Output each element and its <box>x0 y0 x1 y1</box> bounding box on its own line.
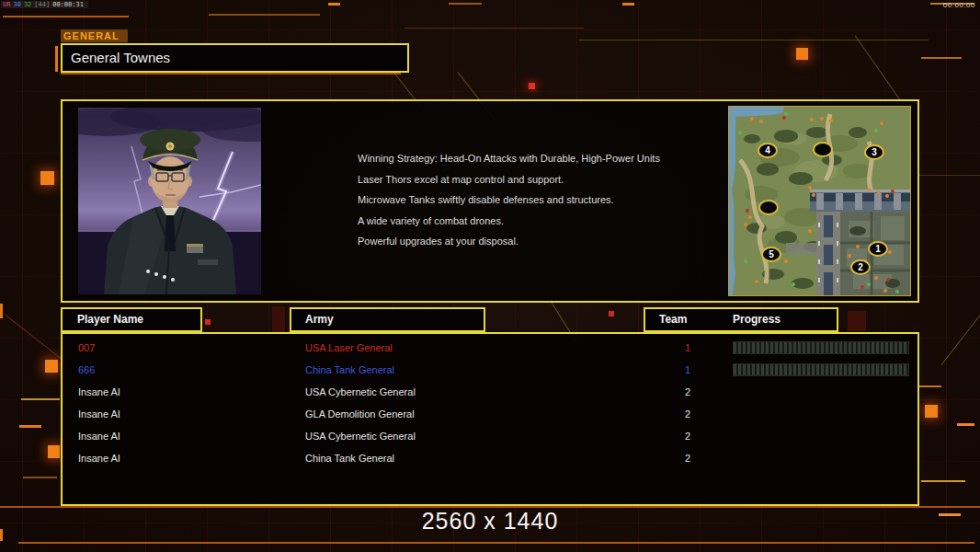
start-position-marker <box>758 200 779 215</box>
player-name-cell: Insane AI <box>78 425 120 447</box>
progress-bar <box>733 363 909 376</box>
strategy-line: A wide variety of combat drones. <box>358 216 660 226</box>
table-row: Insane AI GLA Demolition General 2 <box>63 403 917 425</box>
deco-line <box>18 542 974 544</box>
deco-block <box>272 306 285 332</box>
deco-line <box>449 3 482 5</box>
deco-line <box>209 14 320 16</box>
player-name-cell: Insane AI <box>78 447 120 469</box>
army-cell: USA Cybernetic General <box>305 425 416 447</box>
strategy-line: Winning Strategy: Head-On Attacks with D… <box>358 154 660 164</box>
army-cell: USA Laser General <box>305 337 393 359</box>
deco-square <box>48 445 60 458</box>
header-label: Progress <box>733 309 781 330</box>
table-row: 666 China Tank General 1 <box>63 359 917 381</box>
deco-bar <box>0 304 3 318</box>
strategy-line: Microwave Tanks swiftly disable defenses… <box>358 195 660 205</box>
deco-line <box>921 480 965 482</box>
deco-line <box>23 477 57 478</box>
table-row: 007 USA Laser General 1 <box>63 337 917 359</box>
army-cell: China Tank General <box>305 447 394 469</box>
header-label: Army <box>305 309 334 330</box>
header-label: Player Name <box>77 309 143 330</box>
header-team-progress: Team Progress <box>644 307 838 332</box>
table-row: Insane AI USA Cybernetic General 2 <box>63 425 917 447</box>
header-label: Team <box>659 309 687 330</box>
progress-bar <box>733 341 909 354</box>
deco-square <box>205 319 211 325</box>
start-position-marker: 5 <box>761 247 781 262</box>
deco-line <box>921 57 962 59</box>
strategy-line: Powerful upgrades at your disposal. <box>358 236 660 247</box>
deco-block <box>848 311 866 331</box>
table-row: Insane AI China Tank General 2 <box>63 447 917 469</box>
strategy-text: Winning Strategy: Head-On Attacks with D… <box>358 154 660 258</box>
deco-line <box>61 73 401 75</box>
start-position-marker: 1 <box>868 241 888 257</box>
deco-line <box>3 16 129 17</box>
player-name-cell: 666 <box>78 359 95 381</box>
player-name-cell: Insane AI <box>78 381 120 403</box>
deco-line <box>19 425 41 428</box>
general-tab-label: GENERAL <box>61 29 128 42</box>
deco-bar <box>55 46 58 72</box>
deco-line <box>579 40 929 40</box>
table-row: Insane AI USA Cybernetic General 2 <box>63 381 917 403</box>
map-preview: 4 3 5 1 2 <box>728 106 911 296</box>
deco-diagonal <box>941 295 980 364</box>
deco-square <box>529 83 535 89</box>
deco-square <box>925 405 938 418</box>
stats-part: UR <box>3 1 10 8</box>
header-army: Army <box>290 307 485 332</box>
match-timer: 00:00:00 <box>943 1 975 9</box>
header-player-name: Player Name <box>61 307 202 332</box>
general-name-box: General Townes <box>61 43 409 73</box>
team-cell: 2 <box>680 381 695 403</box>
team-cell: 2 <box>680 447 695 469</box>
team-cell: 2 <box>680 403 695 425</box>
deco-diagonal <box>6 315 68 363</box>
loading-screen: UR3032[44]00:00:31 00:00:00 GENERAL Gene… <box>0 0 980 552</box>
deco-line <box>919 175 980 176</box>
player-table: 007 USA Laser General 1 666 China Tank G… <box>61 332 919 506</box>
deco-line <box>328 3 340 6</box>
start-position-marker: 3 <box>864 144 884 160</box>
general-portrait <box>78 108 261 294</box>
deco-line <box>919 385 941 387</box>
deco-line <box>21 398 60 400</box>
deco-square <box>40 171 54 185</box>
deco-square <box>796 48 808 60</box>
deco-line <box>957 423 974 426</box>
army-cell: China Tank General <box>305 359 394 381</box>
stats-part: [44] <box>34 1 50 8</box>
deco-line <box>405 28 584 29</box>
army-cell: GLA Demolition General <box>305 403 415 425</box>
start-position-marker <box>813 142 833 157</box>
stats-part: 30 <box>13 1 20 8</box>
stats-part: 00:00:31 <box>52 1 84 8</box>
general-name: General Townes <box>71 50 170 65</box>
stats-part: 32 <box>24 1 31 8</box>
team-cell: 1 <box>680 359 695 381</box>
player-name-cell: Insane AI <box>78 403 120 425</box>
strategy-line: Laser Thors excel at map control and sup… <box>358 175 660 185</box>
resolution-label: 2560 x 1440 <box>0 508 980 535</box>
deco-square <box>45 360 58 373</box>
team-cell: 1 <box>680 337 695 359</box>
deco-line <box>622 3 634 6</box>
start-position-marker: 2 <box>850 259 871 275</box>
briefing-panel: Winning Strategy: Head-On Attacks with D… <box>61 99 919 303</box>
deco-diagonal <box>855 35 903 103</box>
army-cell: USA Cybernetic General <box>305 381 416 403</box>
recorder-stats-overlay: UR3032[44]00:00:31 <box>1 1 88 8</box>
start-position-marker: 4 <box>758 143 778 158</box>
player-name-cell: 007 <box>78 337 95 359</box>
deco-square <box>609 311 614 316</box>
team-cell: 2 <box>680 425 695 447</box>
